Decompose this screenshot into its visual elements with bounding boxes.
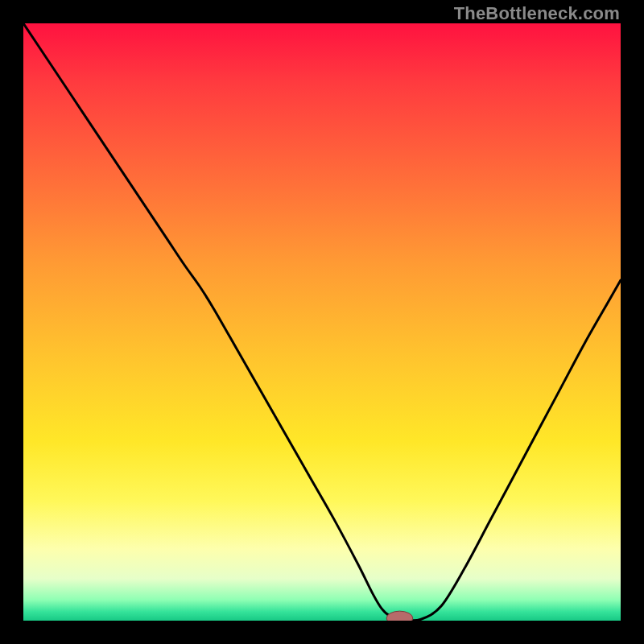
watermark-text: TheBottleneck.com <box>454 3 620 24</box>
chart-svg <box>23 23 621 621</box>
chart-plot-area <box>23 23 621 621</box>
gradient-background <box>23 23 621 621</box>
chart-frame: TheBottleneck.com <box>0 0 644 644</box>
